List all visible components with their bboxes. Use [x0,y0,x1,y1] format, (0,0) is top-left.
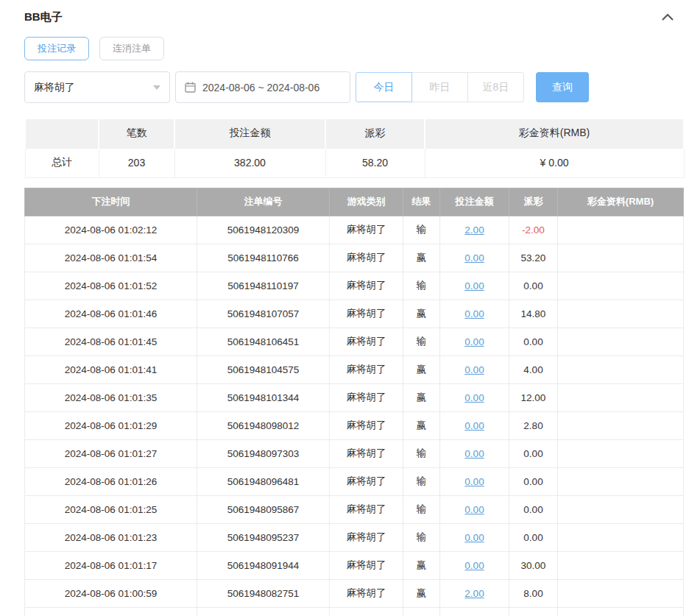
cell-game-type: 麻将胡了 [330,355,403,383]
cell-bet-amount: 0.00 [440,551,509,579]
game-select[interactable]: 麻将胡了 [24,71,170,103]
cell-bet-time: 2024-08-06 01:01:41 [25,355,197,383]
bet-amount-link[interactable]: 0.00 [464,392,484,403]
cell-bet-amount: 0.00 [440,244,509,272]
cell-bet-time: 2024-08-06 01:01:45 [25,328,197,355]
cell-bet-amount: 0.00 [440,467,509,495]
bet-amount-link[interactable]: 0.00 [464,476,484,487]
cell-result: 输 [403,439,440,467]
cell-payout: 53.20 [509,244,558,272]
cell-bet-amount: 0.00 [440,523,509,551]
tab-betting-records[interactable]: 投注记录 [24,37,89,60]
cell-game-type: 麻将胡了 [330,579,403,607]
cell-game-type: 麻将胡了 [330,495,403,523]
cell-jackpot [558,216,684,244]
cell-game-type: 麻将胡了 [330,272,403,300]
tab-cancelled-bets[interactable]: 连消注单 [99,37,164,60]
summary-total-label: 总计 [25,148,99,177]
cell-game-type: 麻将胡了 [330,607,403,616]
collapse-panel-button[interactable] [660,9,676,25]
bet-amount-link[interactable]: 0.00 [464,532,484,543]
date-range-picker[interactable]: 2024-08-06 ~ 2024-08-06 [175,71,350,103]
header-game-type: 游戏类别 [330,188,403,216]
cell-bet-amount: 0.00 [440,607,509,616]
cell-jackpot [558,244,684,272]
cell-bet-amount: 0.00 [440,439,509,467]
cell-result: 输 [403,216,440,244]
last-8-days-button[interactable]: 近8日 [467,72,524,102]
table-row: 2024-08-06 01:01:23 5061948095237 麻将胡了 输… [25,523,684,551]
cell-order-number: 5061948107057 [197,300,330,328]
bet-amount-link[interactable]: 0.00 [464,560,484,571]
cell-jackpot [558,272,684,300]
table-row: 2024-08-06 01:01:17 5061948091944 麻将胡了 赢… [25,551,684,579]
cell-order-number: 5061948096481 [197,467,330,495]
summary-header-payout: 派彩 [325,118,425,148]
bet-amount-link[interactable]: 0.00 [464,420,484,431]
search-button[interactable]: 查询 [536,72,589,102]
bet-amount-link[interactable]: 0.00 [464,336,484,347]
bet-amount-link[interactable]: 2.00 [464,224,484,236]
summary-header-bet-amount: 投注金额 [174,118,325,148]
cell-jackpot [558,579,684,607]
bet-records-table: 下注时间 注单编号 游戏类别 结果 投注金额 派彩 彩金资料(RMB) 2024… [24,188,684,616]
chevron-down-icon [153,85,160,90]
cell-payout: 0.00 [509,272,558,300]
cell-order-number: 5061948110766 [197,244,330,272]
cell-bet-time: 2024-08-06 01:00:59 [25,579,197,607]
cell-payout: 0.00 [509,439,558,467]
table-row: 2024-08-06 01:02:12 5061948120309 麻将胡了 输… [25,216,684,244]
cell-bet-amount: 0.00 [440,328,509,355]
cell-result: 输 [403,467,440,495]
summary-header-row: 笔数 投注金额 派彩 彩金资料(RMB) [25,118,684,148]
today-button[interactable]: 今日 [356,72,412,102]
cell-result: 赢 [403,551,440,579]
cell-order-number: 5061948101344 [197,383,330,411]
cell-bet-time: 2024-08-06 01:01:27 [25,439,197,467]
header-jackpot: 彩金资料(RMB) [558,188,684,216]
bet-amount-link[interactable]: 2.00 [464,588,484,599]
cell-bet-time: 2024-08-06 01:01:54 [25,244,197,272]
cell-result: 输 [403,495,440,523]
cell-game-type: 麻将胡了 [330,216,403,244]
summary-header-count: 笔数 [99,118,174,148]
cell-result: 赢 [403,607,440,616]
cell-bet-amount: 2.00 [440,216,509,244]
cell-order-number: 5061948091944 [197,551,330,579]
header-payout: 派彩 [509,188,558,216]
cell-payout: 8.00 [509,579,558,607]
cell-game-type: 麻将胡了 [330,383,403,411]
cell-payout: 4.00 [509,355,558,383]
cell-order-number: 5061948082751 [197,579,330,607]
filter-bar: 麻将胡了 2024-08-06 ~ 2024-08-06 今日 昨日 近8日 查… [24,71,683,103]
cell-jackpot [558,300,684,328]
cell-game-type: 麻将胡了 [330,328,403,355]
cell-result: 赢 [403,300,440,328]
cell-bet-time: 2024-08-06 01:00:45 [25,607,197,616]
bet-amount-link[interactable]: 0.00 [464,504,484,515]
bet-table-header-row: 下注时间 注单编号 游戏类别 结果 投注金额 派彩 彩金资料(RMB) [25,188,684,216]
table-row: 2024-08-06 01:01:35 5061948101344 麻将胡了 赢… [25,383,684,411]
bet-amount-link[interactable]: 0.00 [464,280,484,291]
bet-table-body: 2024-08-06 01:02:12 5061948120309 麻将胡了 输… [25,216,684,616]
table-row: 2024-08-06 01:01:26 5061948096481 麻将胡了 输… [25,467,684,495]
cell-jackpot [558,439,684,467]
table-row: 2024-08-06 01:00:59 5061948082751 麻将胡了 赢… [25,579,684,607]
summary-total-payout: 58.20 [325,148,425,177]
bet-amount-link[interactable]: 0.00 [464,252,484,263]
cell-bet-time: 2024-08-06 01:01:25 [25,495,197,523]
summary-total-row: 总计 203 382.00 58.20 ¥ 0.00 [25,148,684,177]
summary-table: 笔数 投注金额 派彩 彩金资料(RMB) 总计 203 382.00 58.20… [24,118,685,178]
cell-payout: 0.00 [509,467,558,495]
table-row: 2024-08-06 01:01:27 5061948097303 麻将胡了 输… [25,439,684,467]
bet-amount-link[interactable]: 0.00 [464,308,484,319]
cell-bet-time: 2024-08-06 01:01:46 [25,300,197,328]
yesterday-button[interactable]: 昨日 [411,72,468,102]
cell-order-number: 5061947580124 [197,607,330,616]
cell-order-number: 5061948095867 [197,495,330,523]
bet-amount-link[interactable]: 0.00 [464,448,484,459]
date-range-value: 2024-08-06 ~ 2024-08-06 [202,82,319,93]
bet-amount-link[interactable]: 0.00 [464,364,484,375]
cell-bet-time: 2024-08-06 01:01:29 [25,411,197,439]
cell-bet-amount: 0.00 [440,383,509,411]
